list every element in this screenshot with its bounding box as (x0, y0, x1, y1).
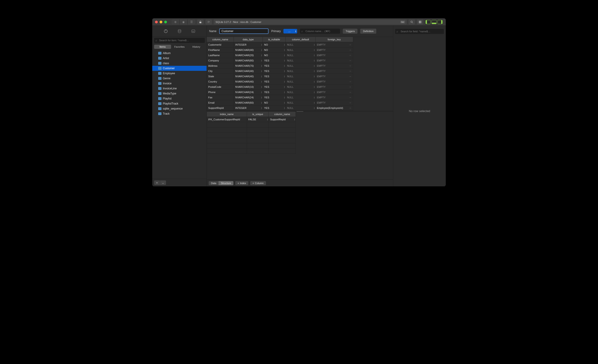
pane-divider[interactable] (207, 111, 393, 112)
sidebar-item-customer[interactable]: Customer (152, 66, 207, 71)
arrow-icon[interactable]: → (349, 43, 351, 46)
stepper-icon[interactable]: ▴▾ (314, 75, 315, 77)
column-header-fk[interactable]: foreign_key (316, 37, 353, 42)
col-nullable[interactable]: YES▴▾ (263, 68, 286, 74)
col-type[interactable]: NVARCHAR(40)▴▾ (234, 79, 263, 84)
address-bar[interactable]: SQLite 3.27.2 : Nice : nice.db : Custome… (214, 19, 407, 25)
sidebar-item-genre[interactable]: Genre (152, 76, 207, 81)
sidebar-item-mediatype[interactable]: MediaType (152, 91, 207, 96)
col-nullable[interactable]: NO▴▾ (263, 100, 286, 106)
col-type[interactable]: NVARCHAR(70)▴▾ (234, 63, 263, 68)
col-default[interactable]: NULL▴▾ (286, 106, 316, 111)
arrow-icon[interactable]: → (349, 91, 351, 94)
database-icon[interactable] (177, 29, 182, 33)
col-name[interactable]: Phone (207, 90, 234, 95)
col-name[interactable]: Address (207, 63, 234, 68)
stepper-icon[interactable]: ▴▾ (284, 65, 285, 67)
col-type[interactable]: NVARCHAR(40)▴▾ (234, 74, 263, 79)
layout-left-button[interactable] (426, 20, 431, 24)
index-header-uniq[interactable]: is_unique (247, 112, 269, 117)
stepper-icon[interactable]: ▴▾ (284, 96, 285, 99)
column-header-name[interactable]: column_name (207, 37, 234, 42)
stepper-icon[interactable]: ▴▾ (314, 43, 315, 46)
arrow-icon[interactable]: → (349, 54, 351, 57)
col-foreign-key[interactable]: EMPTY→ (316, 58, 353, 63)
arrow-icon[interactable]: → (349, 101, 351, 104)
col-nullable[interactable]: YES▴▾ (263, 63, 286, 68)
col-default[interactable]: NULL▴▾ (286, 53, 316, 58)
sidebar-item-playlisttrack[interactable]: PlaylistTrack (152, 101, 207, 106)
stepper-icon[interactable]: ▴▾ (314, 91, 315, 93)
stepper-icon[interactable]: ▴▾ (261, 96, 262, 99)
col-name[interactable]: Fax (207, 95, 234, 100)
table-name-input[interactable] (219, 28, 268, 34)
stepper-icon[interactable]: ▴▾ (314, 59, 315, 62)
nav-stop-button[interactable]: ⊗ (172, 19, 179, 25)
col-type[interactable]: NVARCHAR(24)▴▾ (234, 95, 263, 100)
sidebar-item-album[interactable]: Album (152, 51, 207, 56)
layout-bottom-button[interactable] (432, 20, 437, 24)
stepper-icon[interactable]: ▴▾ (314, 86, 315, 88)
stepper-icon[interactable]: ▴▾ (294, 118, 295, 121)
col-nullable[interactable]: YES▴▾ (263, 74, 286, 79)
lock-button[interactable] (197, 19, 204, 25)
col-type[interactable]: INTEGER▴▾ (234, 42, 263, 48)
col-name[interactable]: Country (207, 79, 234, 84)
col-foreign-key[interactable]: EMPTY→ (316, 79, 353, 84)
col-name[interactable]: Company (207, 58, 234, 63)
col-default[interactable]: NULL▴▾ (286, 42, 316, 48)
stepper-icon[interactable]: ▴▾ (284, 54, 285, 56)
tab-items[interactable]: Items (154, 45, 171, 49)
col-name[interactable]: PostalCode (207, 84, 234, 90)
zoom-window-button[interactable] (164, 21, 167, 23)
idx-name[interactable]: IFK_CustomerSupportRepId (207, 117, 247, 122)
stepper-icon[interactable]: ▴▾ (261, 43, 262, 46)
col-name[interactable]: Email (207, 100, 234, 106)
stepper-icon[interactable]: ▴▾ (261, 81, 262, 83)
col-nullable[interactable]: NO▴▾ (263, 42, 286, 48)
arrow-icon[interactable]: → (349, 85, 351, 89)
col-foreign-key[interactable]: EMPTY→ (316, 53, 353, 58)
sidebar-search-input[interactable] (154, 38, 205, 43)
col-nullable[interactable]: YES▴▾ (263, 58, 286, 63)
col-default[interactable]: NULL▴▾ (286, 90, 316, 95)
stepper-icon[interactable]: ▴▾ (284, 75, 285, 77)
col-foreign-key[interactable]: EMPTY→ (316, 95, 353, 100)
stepper-icon[interactable]: ▴▾ (261, 107, 262, 109)
column-header-null[interactable]: is_nullable (263, 37, 286, 42)
col-foreign-key[interactable]: EMPTY→ (316, 42, 353, 48)
col-default[interactable]: NULL▴▾ (286, 100, 316, 106)
tab-favorites[interactable]: Favorites (171, 45, 188, 49)
col-type[interactable]: NVARCHAR(80)▴▾ (234, 58, 263, 63)
stepper-icon[interactable]: ▴▾ (314, 81, 315, 83)
primary-key-selector[interactable]: … ▴▾ (283, 29, 297, 33)
col-foreign-key[interactable]: EMPTY→ (316, 68, 353, 74)
sidebar-item-sqlite_sequence[interactable]: sqlite_sequence (152, 106, 207, 111)
col-default[interactable]: NULL▴▾ (286, 84, 316, 90)
triggers-button[interactable]: Triggers (343, 29, 357, 34)
column-header-def[interactable]: column_default (286, 37, 316, 42)
close-window-button[interactable] (155, 21, 158, 23)
col-type[interactable]: NVARCHAR(20)▴▾ (234, 53, 263, 58)
col-name[interactable]: City (207, 68, 234, 74)
search-button[interactable] (409, 19, 415, 25)
tab-history[interactable]: History (188, 45, 205, 49)
inspector-search-input[interactable] (395, 29, 444, 34)
preview-button[interactable]: ◉ (180, 19, 187, 25)
stepper-icon[interactable]: ▴▾ (284, 49, 285, 51)
col-default[interactable]: NULL▴▾ (286, 95, 316, 100)
col-type[interactable]: NVARCHAR(24)▴▾ (234, 90, 263, 95)
stepper-icon[interactable]: ▴▾ (284, 86, 285, 88)
col-default[interactable]: NULL▴▾ (286, 74, 316, 79)
col-foreign-key[interactable]: EMPTY→ (316, 100, 353, 106)
sidebar-item-class[interactable]: class (152, 61, 207, 66)
sidebar-item-employee[interactable]: Employee (152, 71, 207, 76)
arrow-icon[interactable]: → (349, 80, 351, 83)
stepper-icon[interactable]: ▴▾ (314, 96, 315, 99)
reload-button[interactable]: ⟳ (206, 19, 212, 25)
col-name[interactable]: SupportRepId (207, 106, 234, 111)
stepper-icon[interactable]: ▴▾ (284, 70, 285, 72)
stepper-icon[interactable]: ▴▾ (284, 81, 285, 83)
col-type[interactable]: NVARCHAR(60)▴▾ (234, 100, 263, 106)
col-nullable[interactable]: NO▴▾ (263, 53, 286, 58)
